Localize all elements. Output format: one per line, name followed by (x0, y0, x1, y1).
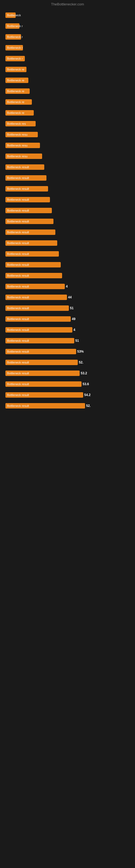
bar-label: Bottleneck r (5, 23, 19, 29)
bar-label: Bottleneck result (5, 294, 67, 300)
bar-row: Bottleneck result52. (5, 357, 130, 368)
bar-value: 52. (79, 361, 83, 364)
bar-label: Bottleneck result (5, 273, 62, 278)
bar-label: Bottleneck resu (5, 143, 40, 148)
bar-label: Bottleneck result (5, 338, 74, 343)
bar-row: Bottleneck result (5, 205, 130, 216)
bar-row: Bottleneck result (5, 216, 130, 226)
bar-value: 53% (77, 350, 84, 353)
bar-value: 4 (74, 328, 75, 332)
bar-value: 49 (72, 317, 75, 321)
bar-row: Bottleneck resu (5, 140, 130, 151)
bar-row: Bottleneck re (5, 97, 130, 107)
bar-label: Bottleneck r (5, 34, 21, 40)
bar-row: Bottleneck result (5, 227, 130, 237)
bar-row: Bottleneck result54.2 (5, 390, 130, 400)
bar-label: Bottleneck resu (5, 154, 42, 159)
bar-label: Bottleneck result (5, 349, 76, 354)
bar-row: Bottleneck resu (5, 151, 130, 161)
bar-row: Bottleneck result (5, 173, 130, 183)
bar-row: Bottleneck r (5, 42, 130, 53)
bar-value: 4 (66, 284, 68, 288)
bar-value: 44 (68, 296, 72, 299)
bar-label: Bottleneck result (5, 403, 85, 408)
bar-label: Bottleneck result (5, 229, 55, 235)
bar-row: Bottleneck result44 (5, 292, 130, 303)
bar-label: Bottleneck r (5, 45, 23, 51)
bar-row: Bottleneck result (5, 184, 130, 194)
bar-row: Bottleneck res (5, 119, 130, 129)
bar-value: 51 (70, 306, 74, 310)
bar-row: Bottleneck result4 (5, 281, 130, 291)
bar-row: Bottleneck result (5, 194, 130, 205)
bar-value: 52. (86, 404, 91, 408)
bar-value: 53.2 (81, 371, 87, 375)
bar-label: Bottleneck resu (5, 132, 38, 137)
bar-row: Bottleneck re (5, 75, 130, 86)
bar-label: Bottleneck result (5, 371, 80, 376)
bar-value: 54.2 (84, 393, 90, 397)
bar-row: Bottleneck (5, 10, 130, 20)
bar-row: Bottleneck re (5, 108, 130, 118)
site-title: TheBottlenecker.com (51, 2, 84, 6)
bar-value: 51 (75, 339, 79, 343)
bar-row: Bottleneck result (5, 249, 130, 259)
bar-row: Bottleneck result (5, 162, 130, 172)
bar-row: Bottleneck result51 (5, 303, 130, 313)
bar-label: Bottleneck result (5, 175, 46, 181)
bar-row: Bottleneck result (5, 271, 130, 281)
bar-label: Bottleneck res (5, 121, 36, 126)
bar-label: Bottleneck result (5, 186, 48, 191)
bar-label: Bottleneck (5, 12, 16, 18)
bar-label: Bottleneck r (5, 56, 25, 61)
bar-label: Bottleneck re (5, 110, 34, 116)
site-header: TheBottlenecker.com (0, 0, 135, 7)
chart-container: BottleneckBottleneck rBottleneck rBottle… (0, 7, 135, 414)
bar-row: Bottleneck r (5, 32, 130, 42)
bar-row: Bottleneck r (5, 54, 130, 64)
bar-label: Bottleneck result (5, 305, 69, 311)
bar-row: Bottleneck result4 (5, 325, 130, 335)
bar-row: Bottleneck result53.6 (5, 379, 130, 389)
bar-row: Bottleneck result53.2 (5, 368, 130, 378)
bar-label: Bottleneck result (5, 284, 65, 289)
bar-label: Bottleneck re (5, 99, 32, 105)
bar-label: Bottleneck result (5, 251, 59, 257)
bar-row: Bottleneck re (5, 64, 130, 74)
bar-row: Bottleneck result51 (5, 336, 130, 346)
bar-row: Bottleneck r (5, 21, 130, 31)
bar-label: Bottleneck result (5, 316, 71, 322)
bar-label: Bottleneck result (5, 262, 61, 268)
bar-value: 53.6 (83, 382, 89, 386)
bar-row: Bottleneck result49 (5, 314, 130, 324)
bar-row: Bottleneck resu (5, 129, 130, 140)
bar-label: Bottleneck result (5, 381, 82, 387)
bar-label: Bottleneck result (5, 197, 50, 203)
bar-row: Bottleneck result53% (5, 346, 130, 357)
bar-label: Bottleneck result (5, 327, 72, 333)
bar-row: Bottleneck result (5, 238, 130, 248)
bar-row: Bottleneck result (5, 259, 130, 270)
bar-label: Bottleneck re (5, 67, 27, 72)
bar-label: Bottleneck result (5, 164, 44, 170)
bar-label: Bottleneck re (5, 88, 30, 94)
bar-label: Bottleneck result (5, 208, 52, 213)
bar-label: Bottleneck result (5, 392, 83, 398)
bar-row: Bottleneck re (5, 86, 130, 96)
bar-row: Bottleneck result52. (5, 401, 130, 411)
bar-label: Bottleneck result (5, 360, 78, 365)
bar-label: Bottleneck result (5, 240, 57, 246)
bar-label: Bottleneck result (5, 219, 53, 224)
bar-label: Bottleneck re (5, 78, 28, 83)
